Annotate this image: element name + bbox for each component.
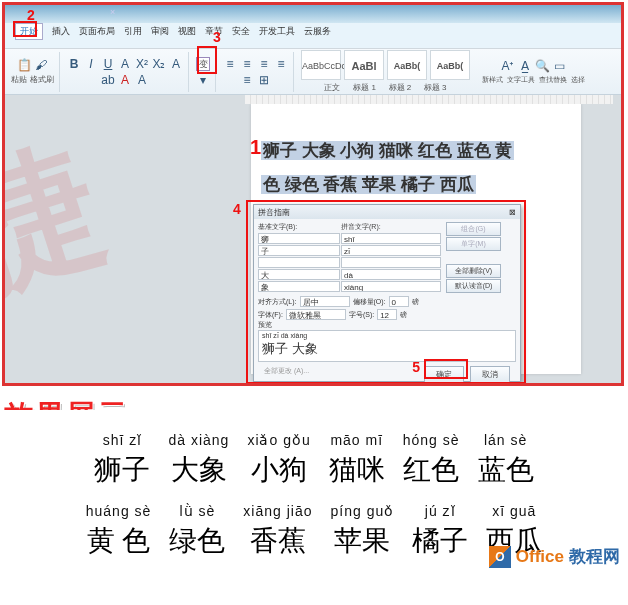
tab-close-icon[interactable]: × <box>110 7 115 17</box>
findrepl-icon[interactable]: 🔍 <box>535 59 549 73</box>
titlebar: × <box>5 5 621 23</box>
rb2: 文字工具 <box>507 75 535 85</box>
tab-cloud[interactable]: 云服务 <box>304 25 331 38</box>
result-line-1: shī zǐ狮子 dà xiàng大象 xiǎo gǒu小狗 māo mī猫咪 … <box>0 432 628 489</box>
sl4: 标题 3 <box>424 82 447 93</box>
underline-btn[interactable]: U <box>101 57 115 71</box>
sup-btn[interactable]: X² <box>135 57 149 71</box>
app-screenshot: 2 × 开始 插入 页面布局 引用 审阅 视图 章节 安全 开发工具 云服务 3… <box>2 2 624 386</box>
tab-layout[interactable]: 页面布局 <box>79 25 115 38</box>
highlight-btn[interactable]: ab <box>101 73 115 87</box>
sl1: 正文 <box>324 82 340 93</box>
credit-icon: O <box>489 546 511 568</box>
font-a2-btn[interactable]: A <box>169 57 183 71</box>
italic-btn[interactable]: I <box>84 57 98 71</box>
ribbon-tabs: × 开始 插入 页面布局 引用 审阅 视图 章节 安全 开发工具 云服务 <box>5 5 621 49</box>
group-font: B I U A X² X₂ A ab A A <box>67 52 189 92</box>
select-icon[interactable]: ▭ <box>552 59 566 73</box>
ribbon: 📋 🖌 粘贴 格式刷 B I U A X² X₂ A ab A A <box>5 49 621 95</box>
clear-btn[interactable]: A <box>135 73 149 87</box>
style2[interactable]: AaBl <box>344 50 384 80</box>
group-styles: AaBbCcDc AaBl AaBb( AaBb( 正文 标题 1 标题 2 标… <box>301 52 475 92</box>
tab-view[interactable]: 视图 <box>178 25 196 38</box>
rb3: 查找替换 <box>539 75 567 85</box>
tab-dev[interactable]: 开发工具 <box>259 25 295 38</box>
ruler <box>245 95 613 104</box>
fmt-label: 格式刷 <box>30 74 54 85</box>
fmt-icon[interactable]: 🖌 <box>34 58 48 72</box>
al-j-btn[interactable]: ≡ <box>274 57 288 71</box>
result-word: jú zǐ橘子 <box>412 503 468 560</box>
tab-security[interactable]: 安全 <box>232 25 250 38</box>
result-panel: shī zǐ狮子 dà xiàng大象 xiǎo gǒu小狗 māo mī猫咪 … <box>0 410 628 574</box>
asian-layout-icon[interactable]: ▾ <box>196 73 210 87</box>
result-word: píng guǒ苹果 <box>331 503 395 560</box>
tab-row[interactable]: 开始 插入 页面布局 引用 审阅 视图 章节 安全 开发工具 云服务 <box>5 23 331 40</box>
selected-line1[interactable]: 狮子 大象 小狗 猫咪 红色 蓝色 黄 <box>261 141 514 160</box>
sl2: 标题 1 <box>353 82 376 93</box>
bd-btn[interactable]: ⊞ <box>257 73 271 87</box>
group-right: Aᐩ A̲ 🔍 ▭ 新样式 文字工具 查找替换 选择 <box>482 52 590 92</box>
ls-btn[interactable]: ≡ <box>240 73 254 87</box>
selected-line2[interactable]: 色 绿色 香蕉 苹果 橘子 西瓜 <box>261 175 476 194</box>
annot-3: 3 <box>213 29 221 45</box>
credit-a: Office <box>516 547 564 567</box>
result-word: shī zǐ狮子 <box>94 432 150 489</box>
al-c-btn[interactable]: ≡ <box>240 57 254 71</box>
font-a1-btn[interactable]: A <box>118 57 132 71</box>
result-word: hóng sè红色 <box>403 432 460 489</box>
style1[interactable]: AaBbCcDc <box>301 50 341 80</box>
annot-1: 1 <box>250 136 261 159</box>
result-word: xiǎo gǒu小狗 <box>247 432 310 489</box>
redbox-3 <box>197 46 217 74</box>
doc-canvas: 捷 1 狮子 大象 小狗 猫咪 红色 蓝色 黄 色 绿色 香蕉 苹果 橘子 西瓜… <box>5 95 621 383</box>
paste-icon[interactable]: 📋 <box>17 58 31 72</box>
color-btn[interactable]: A <box>118 73 132 87</box>
credit: O Office教程网 <box>489 545 620 568</box>
tab-ref[interactable]: 引用 <box>124 25 142 38</box>
tab-review[interactable]: 审阅 <box>151 25 169 38</box>
paste-label: 粘贴 <box>11 74 27 85</box>
rb1: 新样式 <box>482 75 503 85</box>
style4[interactable]: AaBb( <box>430 50 470 80</box>
annot-4: 4 <box>233 201 241 217</box>
newstyle-icon[interactable]: Aᐩ <box>501 59 515 73</box>
group-clipboard: 📋 🖌 粘贴 格式刷 <box>11 52 60 92</box>
redbox-4 <box>246 200 526 383</box>
texttool-icon[interactable]: A̲ <box>518 59 532 73</box>
redbox-2 <box>13 21 37 37</box>
tab-insert[interactable]: 插入 <box>52 25 70 38</box>
result-word: dà xiàng大象 <box>168 432 229 489</box>
document-page: 1 狮子 大象 小狗 猫咪 红色 蓝色 黄 色 绿色 香蕉 苹果 橘子 西瓜 4… <box>251 104 581 374</box>
credit-b: 教程网 <box>569 545 620 568</box>
result-word: huáng sè黄 色 <box>86 503 152 560</box>
result-word: māo mī猫咪 <box>329 432 385 489</box>
result-word: lǜ sè绿色 <box>169 503 225 560</box>
al-r-btn[interactable]: ≡ <box>257 57 271 71</box>
redbox-5 <box>424 359 468 379</box>
result-word: lán sè蓝色 <box>478 432 534 489</box>
sl3: 标题 2 <box>389 82 412 93</box>
sub-btn[interactable]: X₂ <box>152 57 166 71</box>
result-word: xiāng jiāo香蕉 <box>243 503 312 560</box>
style3[interactable]: AaBb( <box>387 50 427 80</box>
bold-btn[interactable]: B <box>67 57 81 71</box>
watermark: 捷 <box>5 107 130 332</box>
rb4: 选择 <box>571 75 585 85</box>
al-l-btn[interactable]: ≡ <box>223 57 237 71</box>
group-para: ≡ ≡ ≡ ≡ ≡ ⊞ <box>223 52 294 92</box>
